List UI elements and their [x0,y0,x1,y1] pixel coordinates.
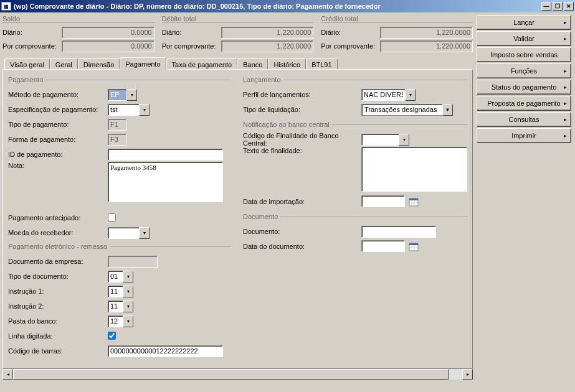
tab-geral[interactable]: Geral [50,58,78,70]
lancar-button[interactable]: Lançar▸ [477,15,571,30]
liquid-select[interactable]: Transações designadas [361,104,442,116]
id-label: ID de pagamento: [8,151,108,158]
chevron-right-icon: ▸ [564,100,567,106]
section-lancamento: Lançamento [243,76,283,83]
import-calendar-icon[interactable] [408,197,419,208]
barras-input[interactable] [108,345,223,357]
antecipado-checkbox[interactable] [108,213,116,222]
tab-visao-geral[interactable]: Visão geral [4,58,50,70]
metodo-label: Método de pagamento: [8,91,108,98]
espec-label: Especificação de pagamento: [8,106,108,113]
debito-diario-value [221,27,314,39]
bc-cod-lookup-button[interactable]: ▾ [399,134,409,146]
inst2-lookup-button[interactable]: ▾ [123,301,133,312]
linha-checkbox[interactable] [108,332,116,340]
id-input[interactable] [108,149,223,161]
liquid-label: Tipo de liquidação: [243,106,361,113]
tab-historico[interactable]: Histórico [268,58,306,70]
inst1-label: Instrução 1: [8,287,108,295]
espec-input[interactable] [108,104,139,116]
action-sidebar: Lançar▸ Validar▸ Imposto sobre vendas Fu… [475,12,575,392]
metodo-lookup-button[interactable]: ▾ [126,89,137,101]
svg-rect-1 [409,198,418,200]
imprimir-button[interactable]: Imprimir▸ [477,128,571,143]
funcoes-button[interactable]: Funções▸ [477,63,571,78]
nota-textarea[interactable] [108,162,223,202]
chevron-right-icon: ▸ [564,133,567,139]
moeda-lookup-button[interactable]: ▾ [139,227,150,239]
tab-strip: Visão geral Geral Dimensão Pagamento Tax… [2,57,473,69]
credito-comprov-label: Por comprovante: [321,42,380,50]
doc-emp-label: Documento da empresa: [8,258,108,265]
espec-lookup-button[interactable]: ▾ [139,104,150,116]
credito-comprov-value [380,40,473,52]
doc-emp-value [108,256,158,268]
tab-panel: Pagamento Método de pagamento: ▾ Especif… [2,69,473,369]
pasta-input[interactable] [108,315,123,327]
tipo-doc-lookup-button[interactable]: ▾ [123,271,133,282]
status-button[interactable]: Status do pagamento▸ [477,80,571,95]
antecipado-label: Pagamento antecipado: [8,214,108,222]
liquid-dropdown-button[interactable]: ▼ [442,104,453,116]
bc-txt-textarea[interactable] [361,147,467,192]
chevron-right-icon: ▸ [564,35,567,42]
inst2-input[interactable] [108,301,123,312]
import-input[interactable] [361,195,405,207]
perfil-lookup-button[interactable]: ▾ [405,89,416,101]
inst1-lookup-button[interactable]: ▾ [123,286,133,297]
doc-data-label: Data do documento: [243,243,361,250]
bc-cod-input[interactable] [361,134,399,146]
credito-diario-label: Diário: [321,29,380,36]
metodo-input[interactable] [108,89,126,101]
restore-button[interactable]: ❐ [553,2,563,11]
saldo-comprov-label: Por comprovante: [2,42,62,50]
tipo-doc-label: Tipo de documento: [8,273,108,280]
bc-cod-label: Código de Finalidade do Banco Central: [243,132,361,147]
scroll-right-button[interactable]: ▸ [462,369,473,380]
section-notificacao: Notificação ao banco central [243,121,332,128]
chevron-right-icon: ▸ [564,84,567,90]
close-button[interactable]: ✕ [564,2,574,11]
svg-rect-6 [409,243,418,245]
doc-label: Documento: [243,228,361,235]
horizontal-scrollbar[interactable]: ◂ ▸ [2,369,473,380]
validar-button[interactable]: Validar▸ [477,31,571,46]
debito-comprov-value [221,40,314,52]
moeda-input[interactable] [108,227,139,239]
doc-data-input[interactable] [361,240,405,252]
section-remessa: Pagamento eletrônico - remessa [8,243,110,250]
tab-pagamento[interactable]: Pagamento [120,57,166,70]
barras-label: Código de barras: [8,347,108,355]
tab-btl91[interactable]: BTL91 [306,58,337,70]
tab-taxa[interactable]: Taxa de pagamento [166,58,238,70]
inst1-input[interactable] [108,286,123,297]
nota-label: Nota: [8,162,108,169]
scroll-thumb[interactable] [13,369,449,380]
imposto-button[interactable]: Imposto sobre vendas [477,47,571,62]
pasta-lookup-button[interactable]: ▾ [123,315,133,327]
tab-dimensao[interactable]: Dimensão [78,58,120,70]
doc-data-calendar-icon[interactable] [408,242,419,253]
window-title: (wp) Comprovante de diário - Diário: DP,… [14,2,540,10]
group-debito: Débito total [162,15,199,22]
chevron-right-icon: ▸ [564,19,567,26]
scroll-left-button[interactable]: ◂ [2,369,13,380]
consultas-button[interactable]: Consultas▸ [477,112,571,127]
scroll-track[interactable] [13,369,462,380]
debito-comprov-label: Por comprovante: [162,42,221,50]
tipo-pag-value [108,119,126,131]
proposta-button[interactable]: Proposta de pagamento▸ [477,96,571,111]
tab-banco[interactable]: Banco [237,58,268,70]
doc-input[interactable] [361,226,436,238]
section-documento: Documento [243,213,280,220]
saldo-diario-label: Diário: [2,29,62,36]
perfil-label: Perfil de lançamentos: [243,91,361,98]
title-bar: ▦ (wp) Comprovante de diário - Diário: D… [0,0,575,12]
tipo-doc-input[interactable] [108,271,123,282]
perfil-input[interactable] [361,89,405,101]
pasta-label: Pasta do banco: [8,317,108,325]
saldo-comprov-value [62,40,154,52]
chevron-right-icon: ▸ [564,68,567,74]
forma-label: Forma de pagamento: [8,136,108,143]
minimize-button[interactable]: — [541,2,551,11]
